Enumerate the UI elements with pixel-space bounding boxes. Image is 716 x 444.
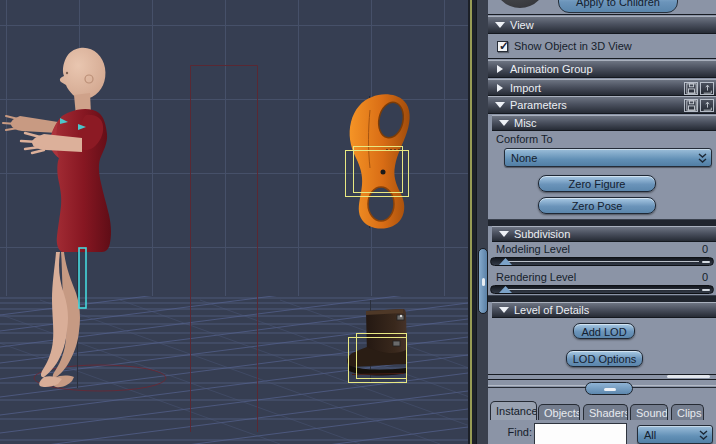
- viewport-edge: [468, 0, 476, 444]
- find-filter-dropdown[interactable]: All: [637, 425, 713, 444]
- section-label: Misc: [514, 117, 537, 129]
- section-header-parameters[interactable]: Parameters: [488, 96, 716, 114]
- rendering-level-slider[interactable]: [490, 285, 714, 294]
- divider: [488, 58, 716, 59]
- subsection-header-subdivision[interactable]: Subdivision: [492, 226, 716, 242]
- lod-options-button[interactable]: LOD Options: [566, 350, 643, 367]
- dropdown-value: None: [511, 152, 537, 164]
- slider-end-mark: [702, 289, 710, 291]
- dropdown-value: All: [644, 429, 656, 441]
- modeling-level-value: 0: [702, 243, 708, 256]
- subsection-header-level-of-details[interactable]: Level of Details: [492, 302, 716, 318]
- panel-top-strip: Apply to Children: [488, 0, 716, 14]
- load-icon[interactable]: [700, 99, 714, 112]
- preview-sphere: [494, 0, 546, 8]
- tab-objects[interactable]: Objects: [538, 404, 580, 420]
- tab-label: Clips: [677, 407, 701, 419]
- slider-end-mark: [702, 261, 710, 263]
- triangle-right-icon: [497, 84, 503, 92]
- chevron-down-icon: [699, 430, 708, 441]
- divider: [488, 379, 716, 380]
- section-label: Subdivision: [514, 228, 570, 240]
- app-window: Apply to Children View ✓ Show Object in …: [0, 0, 716, 444]
- triangle-down-icon: [499, 307, 509, 313]
- modeling-level-slider[interactable]: [490, 257, 714, 266]
- divider: [488, 14, 716, 15]
- zero-figure-button[interactable]: Zero Figure: [538, 175, 656, 192]
- boot-buckle: [393, 341, 400, 346]
- load-icon[interactable]: [700, 82, 714, 95]
- section-header-animation-group[interactable]: Animation Group: [488, 60, 716, 78]
- check-icon: ✓: [499, 39, 509, 53]
- rendering-level-label: Rendering Level: [496, 271, 576, 284]
- splitter-handle[interactable]: [585, 382, 633, 395]
- triangle-down-icon: [495, 22, 505, 28]
- tab-label: Shaders: [589, 407, 628, 419]
- horizontal-scrollbar-thumb[interactable]: [667, 375, 710, 378]
- rendering-level-row: Rendering Level 0: [488, 271, 716, 284]
- tab-instances[interactable]: Instances: [490, 401, 537, 420]
- triangle-right-icon: [497, 65, 503, 73]
- rendering-level-value: 0: [702, 271, 708, 284]
- viewport-3d[interactable]: [0, 0, 468, 444]
- section-header-view[interactable]: View: [488, 16, 716, 34]
- show-object-row: ✓ Show Object in 3D View: [488, 34, 716, 58]
- triangle-down-icon: [499, 120, 509, 126]
- working-box-edge-line: [470, 0, 472, 444]
- add-lod-button[interactable]: Add LOD: [573, 323, 635, 339]
- conform-to-label: Conform To: [496, 133, 553, 146]
- divider-band: [488, 295, 716, 302]
- slider-track: [507, 289, 699, 290]
- triangle-down-icon: [499, 231, 509, 237]
- save-icon[interactable]: [684, 99, 698, 112]
- show-object-label: Show Object in 3D View: [514, 40, 632, 52]
- tab-label: Instances: [496, 405, 537, 417]
- section-label: Animation Group: [510, 63, 593, 75]
- tab-clips[interactable]: Clips: [671, 404, 704, 420]
- show-object-checkbox[interactable]: ✓: [497, 41, 508, 52]
- zero-pose-button[interactable]: Zero Pose: [538, 197, 656, 214]
- subsection-header-misc[interactable]: Misc: [492, 115, 716, 131]
- section-label: Level of Details: [514, 304, 589, 316]
- scrollbar-grip: [482, 278, 485, 286]
- tab-label: Objects: [544, 407, 580, 419]
- vertical-scrollbar-thumb[interactable]: [478, 248, 488, 314]
- conform-to-row: Conform To: [488, 133, 716, 146]
- tab-shaders[interactable]: Shaders: [583, 404, 628, 420]
- section-label: Import: [510, 82, 541, 94]
- save-icon[interactable]: [684, 82, 698, 95]
- section-label: View: [510, 19, 534, 31]
- tab-label: Sounds: [636, 407, 668, 419]
- apply-to-children-button[interactable]: Apply to Children: [558, 0, 678, 13]
- viewport-scene: [0, 0, 468, 444]
- slider-track: [507, 261, 699, 262]
- section-label: Parameters: [510, 99, 567, 111]
- section-header-import[interactable]: Import: [488, 79, 716, 96]
- modeling-level-row: Modeling Level 0: [488, 243, 716, 256]
- divider-band: [488, 219, 716, 226]
- triangle-down-icon: [495, 102, 505, 108]
- modeling-level-label: Modeling Level: [496, 243, 570, 256]
- properties-panel: Apply to Children View ✓ Show Object in …: [488, 0, 716, 444]
- splitter-grip: [604, 388, 616, 391]
- chevron-down-icon: [698, 153, 707, 164]
- find-input[interactable]: [534, 423, 627, 444]
- panel-vertical-scrollbar[interactable]: [476, 0, 488, 444]
- hot-point: [381, 170, 386, 175]
- conform-to-dropdown[interactable]: None: [504, 148, 712, 167]
- tab-sounds[interactable]: Sounds: [630, 404, 668, 420]
- find-label: Find:: [488, 426, 532, 438]
